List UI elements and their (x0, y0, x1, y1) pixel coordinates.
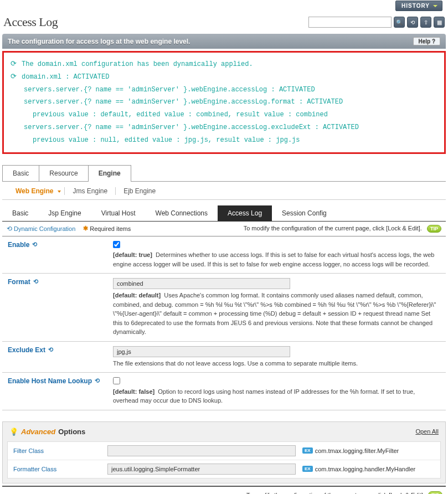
sync-icon: ⟲ (33, 278, 38, 285)
banner-text: The configuration for access logs at the… (8, 38, 190, 45)
filter-class-example: com.tmax.logging.filter.MyFilter (315, 447, 399, 454)
format-label: Format (8, 278, 30, 286)
bulb-icon: 💡 (9, 428, 18, 436)
tab-basic[interactable]: Basic (2, 165, 39, 181)
advanced-title-rest: Options (58, 428, 85, 436)
hostname-default: [default: false] (113, 388, 155, 395)
export-icon[interactable]: ⇧ (420, 17, 431, 28)
exclude-ext-input[interactable] (113, 346, 290, 357)
navtab-web-connections[interactable]: Web Connections (146, 205, 218, 221)
sync-icon (11, 59, 18, 67)
subtab-ejb-engine[interactable]: Ejb Engine (116, 187, 163, 195)
hostname-checkbox[interactable] (113, 377, 120, 384)
formatter-class-example: com.tmax.logging.handler.MyHandler (315, 466, 416, 472)
bottom-modify-hint: To modify the configuration of the curre… (246, 492, 425, 494)
format-desc: Uses Apache's common log format. It cont… (113, 292, 436, 335)
sync-icon: ⟲ (95, 377, 100, 384)
subtab-jms-engine[interactable]: Jms Engine (65, 187, 116, 195)
search-icon[interactable]: 🔍 (394, 17, 405, 28)
modify-hint: To modify the configuration of the curre… (244, 225, 422, 231)
tip-badge[interactable]: TIP (428, 491, 442, 494)
sync-icon (11, 72, 18, 80)
navtab-jsp-engine[interactable]: Jsp Engine (38, 205, 91, 221)
ex-badge: EX (302, 466, 313, 472)
tab-resource[interactable]: Resource (39, 165, 88, 181)
filter-class-input[interactable] (107, 445, 296, 456)
sync-icon: ⟲ (48, 346, 53, 353)
asterisk-icon: ✱ (83, 225, 88, 232)
sync-icon: ⟲ (32, 241, 37, 248)
subtab-web-engine[interactable]: Web Engine (8, 187, 65, 195)
sync-icon: ⟲ (7, 225, 12, 233)
required-items-label: Required items (90, 225, 131, 232)
refresh-icon[interactable]: ⟲ (407, 17, 418, 28)
hostname-label: Enable Host Name Lookup (8, 377, 92, 385)
format-default: [default: default] (113, 292, 161, 299)
help-button[interactable]: Help ? (413, 37, 440, 45)
hostname-desc: Option to record logs using host names i… (113, 388, 415, 404)
format-input[interactable] (113, 278, 290, 289)
dynamic-config-label: Dynamic Configuration (14, 225, 75, 232)
filter-class-label: Filter Class (13, 447, 107, 454)
open-all-link[interactable]: Open All (415, 428, 439, 435)
help-icon: ? (432, 38, 435, 44)
exclude-label: Exclude Ext (8, 346, 45, 354)
search-input[interactable] (308, 17, 392, 28)
tip-badge[interactable]: TIP (427, 225, 441, 233)
notification-box: The domain.xml configuration has been dy… (2, 51, 446, 154)
navtab-session-config[interactable]: Session Config (272, 205, 337, 221)
page-title: Access Log (3, 15, 58, 29)
navtab-virtual-host[interactable]: Virtual Host (91, 205, 146, 221)
formatter-class-label: Formatter Class (13, 466, 107, 472)
enable-checkbox[interactable] (113, 241, 120, 248)
formatter-class-input[interactable] (107, 464, 296, 475)
ex-badge: EX (302, 447, 313, 454)
tab-engine[interactable]: Engine (88, 165, 131, 181)
enable-desc: Determines whether to use access logs. I… (113, 251, 434, 267)
enable-label: Enable (8, 241, 29, 249)
navtab-access-log[interactable]: Access Log (218, 205, 272, 221)
xml-icon[interactable]: ▦ (434, 17, 445, 28)
advanced-title-em: Advanced (21, 428, 55, 436)
enable-default: [default: true] (113, 251, 152, 258)
exclude-desc: The file extensions that do not leave ac… (113, 360, 358, 367)
navtab-basic[interactable]: Basic (2, 205, 38, 221)
history-button[interactable]: HISTORY (395, 1, 442, 11)
